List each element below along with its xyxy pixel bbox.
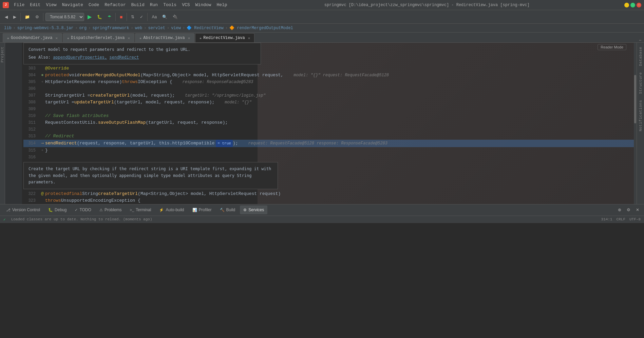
breadcrumb-jar[interactable]: spring-webmvc-5.3.8.jar [17, 26, 74, 31]
annotation-gutter-322: @ [40, 191, 45, 197]
toolbar-separator-5 [147, 13, 148, 21]
line-separator[interactable]: CRLF [617, 217, 625, 221]
breadcrumb-lib[interactable]: lib [4, 26, 12, 31]
scrollbar-thumb[interactable] [634, 75, 636, 123]
settings-button[interactable]: ⚙ [33, 12, 41, 22]
menu-view[interactable]: View [43, 2, 59, 8]
menu-code[interactable]: Code [86, 2, 101, 8]
project-panel-tab[interactable]: Project [0, 44, 5, 65]
sendredirect-link[interactable]: sendRedirect [109, 55, 139, 60]
menu-refactor[interactable]: Refactor [102, 2, 128, 8]
problems-icon: ⚠ [99, 208, 103, 212]
terminal-icon: >_ [130, 208, 134, 212]
minimize-button[interactable]: ─ [624, 3, 629, 7]
close-dispatcherservlet-tab[interactable]: ✕ [128, 36, 130, 40]
file-encoding[interactable]: UTF-8 [629, 217, 641, 221]
code-lines: 303 @Override 304 ● protected void rende… [23, 65, 634, 204]
expand-bottom-panel-button[interactable]: ⊕ [616, 205, 623, 215]
search-everywhere-button[interactable]: 🔍 [160, 12, 169, 22]
window-controls: ─ □ ✕ [624, 3, 641, 7]
maximize-button[interactable]: □ [630, 3, 635, 7]
structure-panel-tab[interactable]: Structure [638, 69, 643, 97]
doc-popup-bottom: Create the target URL by checking if the… [23, 162, 278, 189]
code-line-315: 315 ◦ } [23, 147, 634, 154]
terminal-tab[interactable]: >_ Terminal [127, 205, 155, 214]
code-line-306: 306 [23, 85, 634, 92]
code-line-303: 303 @Override [23, 65, 634, 72]
close-bottom-panel-button[interactable]: ✕ [634, 205, 641, 215]
services-icon: ⚙ [243, 208, 247, 212]
breadcrumb-springframework[interactable]: springframework [92, 26, 129, 31]
code-line-307: 307 String targetUrl = createTargetUrl (… [23, 92, 634, 99]
auto-build-icon: ⚡ [159, 208, 164, 212]
menu-help[interactable]: Help [214, 2, 229, 8]
coverage-button[interactable]: ☂ [106, 12, 113, 22]
right-sidebar: Database Structure Notifications [637, 43, 644, 204]
code-line-311: 311 RequestContextUtils. saveOutputFlash… [23, 119, 634, 126]
git-commit-button[interactable]: ✓ [138, 12, 145, 22]
database-panel-tab[interactable]: Database [638, 44, 643, 69]
plugins-button[interactable]: 🔌 [171, 12, 180, 22]
code-line-322: 322 @ protected final String createTarge… [23, 191, 634, 197]
menu-edit[interactable]: Edit [27, 2, 43, 8]
notifications-panel-tab[interactable]: Notifications [638, 97, 643, 134]
menu-window[interactable]: Window [193, 2, 214, 8]
fold-icon-315[interactable]: ◦ [40, 147, 45, 154]
auto-build-tab[interactable]: ⚡ Auto-build [156, 205, 187, 214]
menu-build[interactable]: Build [129, 2, 147, 8]
project-structure-button[interactable]: 📁 [23, 12, 32, 22]
breadcrumb-view[interactable]: view [171, 26, 181, 31]
left-panel-strip: Project [0, 43, 5, 204]
close-goodshandler-tab[interactable]: ✕ [55, 36, 58, 40]
stop-button[interactable]: ■ [118, 12, 125, 22]
close-abstractview-tab[interactable]: ✕ [188, 36, 190, 40]
breadcrumb-servlet[interactable]: servlet [148, 26, 165, 31]
tab-dispatcherservlet[interactable]: ☕ DispatcherServlet.java ✕ [63, 33, 134, 42]
menu-tools[interactable]: Tools [161, 2, 179, 8]
forward-button[interactable]: ▶ [11, 12, 18, 22]
version-control-icon: ⎇ [6, 208, 11, 212]
close-button[interactable]: ✕ [637, 3, 641, 7]
tab-abstractview[interactable]: ☕ AbstractView.java ✕ [135, 33, 194, 42]
tab-goodshandler[interactable]: ☕ GoodsHandler.java ✕ [3, 33, 62, 42]
breadcrumb-method[interactable]: 🔶 renderMergedOutputModel [229, 25, 293, 31]
tabs-overflow-button[interactable]: ⋯ [639, 38, 641, 42]
run-button[interactable]: ▶ [86, 12, 94, 22]
tab-redirectview[interactable]: ☕ RedirectView.java ✕ [195, 33, 254, 42]
close-redirectview-tab[interactable]: ✕ [248, 36, 250, 40]
code-viewport[interactable]: Convert model to request parameters and … [22, 43, 634, 204]
debug-tab[interactable]: 🐛 Debug [45, 205, 70, 214]
code-line-316: 316 [23, 154, 634, 161]
menu-vcs[interactable]: VCS [179, 2, 192, 8]
menu-run[interactable]: Run [148, 2, 160, 8]
code-line-310: 310 // Save flash attributes [23, 113, 634, 119]
debug-icon: 🐛 [48, 208, 53, 212]
vertical-scrollbar[interactable] [634, 43, 637, 204]
version-control-tab[interactable]: ⎇ Version Control [3, 205, 43, 214]
appendqueryprop-link[interactable]: appendQueryProperties, [53, 55, 107, 60]
menu-navigate[interactable]: Navigate [60, 2, 86, 8]
profiler-tab[interactable]: 📊 Profiler [189, 205, 215, 214]
breadcrumb-redirectview[interactable]: 🔷 RedirectView [187, 25, 224, 31]
breadcrumb-org[interactable]: org [79, 26, 87, 31]
build-tab[interactable]: 🔨 Build [216, 205, 239, 214]
app-icon: J [3, 2, 9, 8]
problems-tab[interactable]: ⚠ Problems [96, 205, 125, 214]
run-configuration-select[interactable]: Tomcat 8.5.82 [45, 13, 84, 21]
settings-bottom-button[interactable]: ⚙ [625, 205, 632, 215]
menu-bar: File Edit View Navigate Code Refactor Bu… [12, 2, 230, 8]
debug-button[interactable]: 🐛 [95, 12, 104, 22]
execution-arrow-icon: → [40, 140, 45, 147]
translate-button[interactable]: Aa [150, 12, 159, 22]
breadcrumb-web[interactable]: web [135, 26, 143, 31]
back-button[interactable]: ◀ [3, 12, 10, 22]
toolbar-separator-2 [43, 13, 43, 21]
build-icon: 🔨 [220, 208, 225, 212]
menu-file[interactable]: File [12, 2, 27, 8]
cursor-position[interactable]: 314:1 [601, 217, 612, 221]
git-update-button[interactable]: ⇅ [129, 12, 136, 22]
fold-icon-305[interactable]: ◦ [40, 79, 45, 85]
services-tab[interactable]: ⚙ Services [240, 205, 267, 214]
window-title: springmvc [D:\idea_project\zzw_springmvc… [232, 3, 622, 7]
todo-tab[interactable]: ✓ TODO [71, 205, 94, 214]
